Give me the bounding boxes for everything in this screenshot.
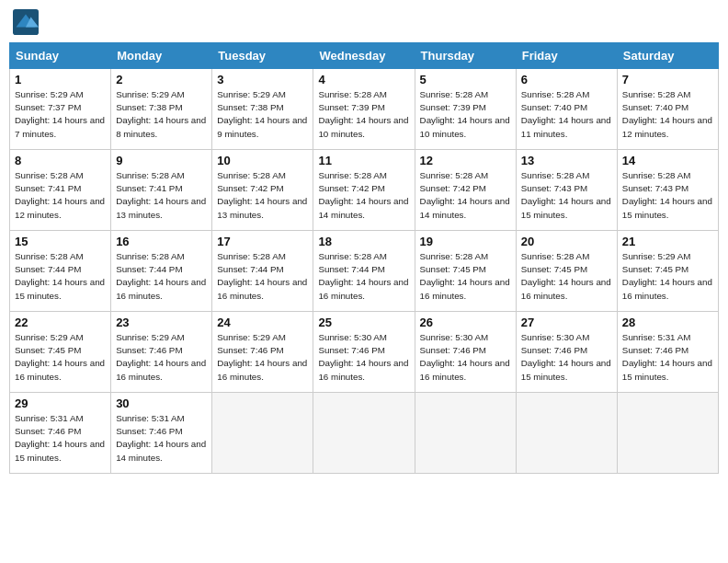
day-detail: Sunrise: 5:28 AM Sunset: 7:40 PM Dayligh… xyxy=(622,88,713,141)
day-detail: Sunrise: 5:28 AM Sunset: 7:44 PM Dayligh… xyxy=(318,250,409,303)
day-number: 7 xyxy=(622,73,713,86)
day-detail: Sunrise: 5:28 AM Sunset: 7:42 PM Dayligh… xyxy=(318,169,409,222)
empty-cell xyxy=(212,393,313,474)
day-cell-17: 17 Sunrise: 5:28 AM Sunset: 7:44 PM Dayl… xyxy=(212,231,313,312)
day-cell-10: 10 Sunrise: 5:28 AM Sunset: 7:42 PM Dayl… xyxy=(212,150,313,231)
day-number: 25 xyxy=(318,316,409,329)
day-detail: Sunrise: 5:28 AM Sunset: 7:43 PM Dayligh… xyxy=(622,169,713,222)
column-header-friday: Friday xyxy=(516,43,617,69)
day-number: 3 xyxy=(217,73,308,86)
day-number: 26 xyxy=(420,316,511,329)
day-cell-5: 5 Sunrise: 5:28 AM Sunset: 7:39 PM Dayli… xyxy=(415,69,516,150)
empty-cell xyxy=(617,393,718,474)
day-cell-18: 18 Sunrise: 5:28 AM Sunset: 7:44 PM Dayl… xyxy=(313,231,415,312)
day-number: 6 xyxy=(521,73,612,86)
day-cell-9: 9 Sunrise: 5:28 AM Sunset: 7:41 PM Dayli… xyxy=(111,150,212,231)
day-detail: Sunrise: 5:28 AM Sunset: 7:40 PM Dayligh… xyxy=(521,88,612,141)
day-number: 30 xyxy=(116,396,207,410)
day-cell-3: 3 Sunrise: 5:29 AM Sunset: 7:38 PM Dayli… xyxy=(212,69,313,150)
day-number: 24 xyxy=(217,316,308,329)
day-number: 10 xyxy=(217,154,308,167)
day-cell-28: 28 Sunrise: 5:31 AM Sunset: 7:46 PM Dayl… xyxy=(617,312,718,393)
day-number: 21 xyxy=(622,235,713,248)
day-cell-13: 13 Sunrise: 5:28 AM Sunset: 7:43 PM Dayl… xyxy=(516,150,617,231)
column-header-tuesday: Tuesday xyxy=(212,43,313,69)
day-detail: Sunrise: 5:28 AM Sunset: 7:39 PM Dayligh… xyxy=(420,88,511,141)
day-cell-4: 4 Sunrise: 5:28 AM Sunset: 7:39 PM Dayli… xyxy=(313,69,415,150)
empty-cell xyxy=(415,393,516,474)
day-number: 1 xyxy=(15,73,106,86)
calendar-table: SundayMondayTuesdayWednesdayThursdayFrid… xyxy=(9,42,719,474)
column-header-wednesday: Wednesday xyxy=(313,43,415,69)
day-detail: Sunrise: 5:31 AM Sunset: 7:46 PM Dayligh… xyxy=(15,412,106,465)
day-detail: Sunrise: 5:28 AM Sunset: 7:41 PM Dayligh… xyxy=(116,169,207,222)
week-row-1: 1 Sunrise: 5:29 AM Sunset: 7:37 PM Dayli… xyxy=(10,69,719,150)
day-cell-30: 30 Sunrise: 5:31 AM Sunset: 7:46 PM Dayl… xyxy=(111,393,212,474)
day-number: 22 xyxy=(15,316,106,329)
day-cell-24: 24 Sunrise: 5:29 AM Sunset: 7:46 PM Dayl… xyxy=(212,312,313,393)
day-number: 13 xyxy=(521,154,612,167)
day-number: 2 xyxy=(116,73,207,86)
day-cell-21: 21 Sunrise: 5:29 AM Sunset: 7:45 PM Dayl… xyxy=(617,231,718,312)
day-cell-27: 27 Sunrise: 5:30 AM Sunset: 7:46 PM Dayl… xyxy=(516,312,617,393)
column-header-saturday: Saturday xyxy=(617,43,718,69)
day-detail: Sunrise: 5:28 AM Sunset: 7:41 PM Dayligh… xyxy=(15,169,106,222)
day-cell-11: 11 Sunrise: 5:28 AM Sunset: 7:42 PM Dayl… xyxy=(313,150,415,231)
day-cell-26: 26 Sunrise: 5:30 AM Sunset: 7:46 PM Dayl… xyxy=(415,312,516,393)
day-number: 29 xyxy=(15,396,106,410)
column-header-sunday: Sunday xyxy=(10,43,111,69)
day-number: 18 xyxy=(318,235,409,248)
week-row-5: 29 Sunrise: 5:31 AM Sunset: 7:46 PM Dayl… xyxy=(10,393,719,474)
column-header-monday: Monday xyxy=(111,43,212,69)
column-header-thursday: Thursday xyxy=(415,43,516,69)
day-detail: Sunrise: 5:28 AM Sunset: 7:42 PM Dayligh… xyxy=(420,169,511,222)
page-header xyxy=(9,9,719,35)
empty-cell xyxy=(516,393,617,474)
day-cell-6: 6 Sunrise: 5:28 AM Sunset: 7:40 PM Dayli… xyxy=(516,69,617,150)
day-number: 23 xyxy=(116,316,207,329)
day-number: 16 xyxy=(116,235,207,248)
day-number: 17 xyxy=(217,235,308,248)
day-detail: Sunrise: 5:28 AM Sunset: 7:43 PM Dayligh… xyxy=(521,169,612,222)
day-number: 15 xyxy=(15,235,106,248)
day-cell-16: 16 Sunrise: 5:28 AM Sunset: 7:44 PM Dayl… xyxy=(111,231,212,312)
day-number: 20 xyxy=(521,235,612,248)
day-detail: Sunrise: 5:29 AM Sunset: 7:37 PM Dayligh… xyxy=(15,88,106,141)
day-number: 27 xyxy=(521,316,612,329)
day-detail: Sunrise: 5:28 AM Sunset: 7:42 PM Dayligh… xyxy=(217,169,308,222)
day-cell-12: 12 Sunrise: 5:28 AM Sunset: 7:42 PM Dayl… xyxy=(415,150,516,231)
day-number: 11 xyxy=(318,154,409,167)
day-number: 5 xyxy=(420,73,511,86)
calendar-header-row: SundayMondayTuesdayWednesdayThursdayFrid… xyxy=(10,43,719,69)
day-cell-7: 7 Sunrise: 5:28 AM Sunset: 7:40 PM Dayli… xyxy=(617,69,718,150)
day-number: 19 xyxy=(420,235,511,248)
day-detail: Sunrise: 5:30 AM Sunset: 7:46 PM Dayligh… xyxy=(521,331,612,384)
day-number: 12 xyxy=(420,154,511,167)
week-row-3: 15 Sunrise: 5:28 AM Sunset: 7:44 PM Dayl… xyxy=(10,231,719,312)
empty-cell xyxy=(313,393,415,474)
day-cell-15: 15 Sunrise: 5:28 AM Sunset: 7:44 PM Dayl… xyxy=(10,231,111,312)
day-cell-23: 23 Sunrise: 5:29 AM Sunset: 7:46 PM Dayl… xyxy=(111,312,212,393)
day-cell-25: 25 Sunrise: 5:30 AM Sunset: 7:46 PM Dayl… xyxy=(313,312,415,393)
day-cell-2: 2 Sunrise: 5:29 AM Sunset: 7:38 PM Dayli… xyxy=(111,69,212,150)
day-detail: Sunrise: 5:28 AM Sunset: 7:45 PM Dayligh… xyxy=(420,250,511,303)
day-detail: Sunrise: 5:31 AM Sunset: 7:46 PM Dayligh… xyxy=(116,412,207,465)
day-detail: Sunrise: 5:28 AM Sunset: 7:44 PM Dayligh… xyxy=(217,250,308,303)
day-detail: Sunrise: 5:29 AM Sunset: 7:46 PM Dayligh… xyxy=(116,331,207,384)
day-detail: Sunrise: 5:29 AM Sunset: 7:46 PM Dayligh… xyxy=(217,331,308,384)
week-row-4: 22 Sunrise: 5:29 AM Sunset: 7:45 PM Dayl… xyxy=(10,312,719,393)
day-cell-22: 22 Sunrise: 5:29 AM Sunset: 7:45 PM Dayl… xyxy=(10,312,111,393)
day-cell-8: 8 Sunrise: 5:28 AM Sunset: 7:41 PM Dayli… xyxy=(10,150,111,231)
day-detail: Sunrise: 5:29 AM Sunset: 7:45 PM Dayligh… xyxy=(15,331,106,384)
day-number: 28 xyxy=(622,316,713,329)
day-number: 8 xyxy=(15,154,106,167)
day-detail: Sunrise: 5:28 AM Sunset: 7:44 PM Dayligh… xyxy=(15,250,106,303)
logo-icon xyxy=(13,9,39,35)
day-number: 4 xyxy=(318,73,409,86)
day-cell-20: 20 Sunrise: 5:28 AM Sunset: 7:45 PM Dayl… xyxy=(516,231,617,312)
day-detail: Sunrise: 5:29 AM Sunset: 7:38 PM Dayligh… xyxy=(217,88,308,141)
day-cell-1: 1 Sunrise: 5:29 AM Sunset: 7:37 PM Dayli… xyxy=(10,69,111,150)
week-row-2: 8 Sunrise: 5:28 AM Sunset: 7:41 PM Dayli… xyxy=(10,150,719,231)
day-cell-29: 29 Sunrise: 5:31 AM Sunset: 7:46 PM Dayl… xyxy=(10,393,111,474)
day-detail: Sunrise: 5:29 AM Sunset: 7:38 PM Dayligh… xyxy=(116,88,207,141)
